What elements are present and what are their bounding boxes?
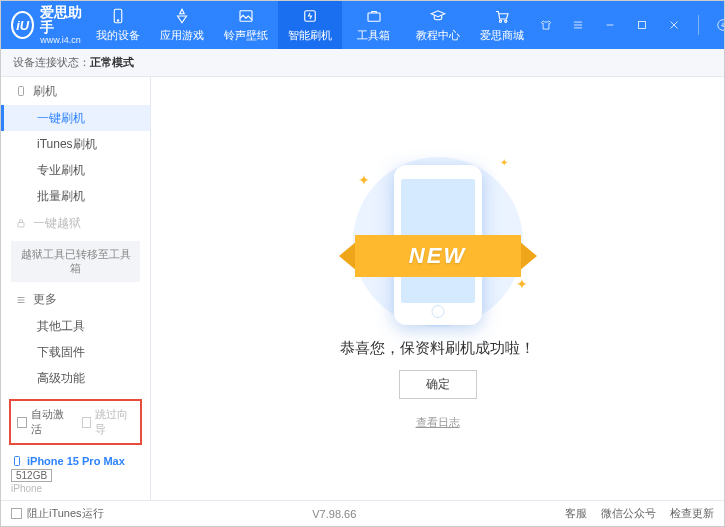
group-label: 更多 xyxy=(33,291,57,308)
maximize-icon[interactable] xyxy=(630,13,654,37)
svg-rect-12 xyxy=(18,223,24,228)
nav-my-device[interactable]: 我的设备 xyxy=(86,1,150,49)
nav-apps[interactable]: 应用游戏 xyxy=(150,1,214,49)
sidebar-group-jailbreak: 一键越狱 xyxy=(1,209,150,237)
main-panel: NEW ✦ ✦ ✦ 恭喜您，保资料刷机成功啦！ 确定 查看日志 xyxy=(151,77,724,500)
phone-icon xyxy=(109,7,127,25)
success-message: 恭喜您，保资料刷机成功啦！ xyxy=(340,339,535,358)
sparkle-icon: ✦ xyxy=(516,276,528,292)
sidebar-item-pro-flash[interactable]: 专业刷机 xyxy=(1,157,150,183)
new-ribbon: NEW xyxy=(333,235,543,277)
nav-label: 爱思商城 xyxy=(480,28,524,43)
version-label: V7.98.66 xyxy=(104,508,565,520)
flash-icon xyxy=(301,7,319,25)
nav-label: 我的设备 xyxy=(96,28,140,43)
svg-point-6 xyxy=(504,20,506,22)
device-icon xyxy=(15,85,27,97)
sidebar-group-flash[interactable]: 刷机 xyxy=(1,77,150,105)
sparkle-icon: ✦ xyxy=(500,157,508,168)
checkbox-auto-activate[interactable]: 自动激活 xyxy=(17,407,70,437)
brand-url: www.i4.cn xyxy=(40,35,85,45)
shirt-icon[interactable] xyxy=(534,13,558,37)
nav-tutorials[interactable]: 教程中心 xyxy=(406,1,470,49)
close-icon[interactable] xyxy=(662,13,686,37)
nav-label: 应用游戏 xyxy=(160,28,204,43)
sidebar-item-batch-flash[interactable]: 批量刷机 xyxy=(1,183,150,209)
toolbox-icon xyxy=(365,7,383,25)
device-info: iPhone 15 Pro Max 512GB iPhone xyxy=(1,451,150,500)
svg-rect-11 xyxy=(19,87,24,96)
device-storage: 512GB xyxy=(11,469,52,482)
menu-icon[interactable] xyxy=(566,13,590,37)
list-icon xyxy=(15,294,27,306)
status-value: 正常模式 xyxy=(90,55,134,70)
title-bar: iU 爱思助手 www.i4.cn 我的设备 应用游戏 铃声壁纸 智能刷机 工具… xyxy=(1,1,724,49)
checkbox-icon xyxy=(11,508,22,519)
nav-label: 铃声壁纸 xyxy=(224,28,268,43)
download-circle-icon[interactable] xyxy=(711,13,725,37)
success-illustration: NEW ✦ ✦ ✦ xyxy=(328,147,548,327)
logo-icon: iU xyxy=(11,11,34,39)
checkbox-label: 跳过向导 xyxy=(95,407,134,437)
nav-ringtones[interactable]: 铃声壁纸 xyxy=(214,1,278,49)
footer-link-support[interactable]: 客服 xyxy=(565,506,587,521)
graduation-icon xyxy=(429,7,447,25)
image-icon xyxy=(237,7,255,25)
sidebar-group-more[interactable]: 更多 xyxy=(1,286,150,314)
sidebar-item-other-tools[interactable]: 其他工具 xyxy=(1,314,150,340)
apps-icon xyxy=(173,7,191,25)
status-bar: 设备连接状态： 正常模式 xyxy=(1,49,724,77)
view-log-link[interactable]: 查看日志 xyxy=(416,415,460,430)
sidebar-item-itunes-flash[interactable]: iTunes刷机 xyxy=(1,131,150,157)
group-label: 刷机 xyxy=(33,83,57,100)
svg-rect-4 xyxy=(368,13,380,21)
svg-rect-13 xyxy=(15,457,20,466)
nav-flash[interactable]: 智能刷机 xyxy=(278,1,342,49)
ribbon-text: NEW xyxy=(355,235,521,277)
sidebar: 刷机 一键刷机 iTunes刷机 专业刷机 批量刷机 一键越狱 越狱工具已转移至… xyxy=(1,77,151,500)
nav-label: 教程中心 xyxy=(416,28,460,43)
footer-link-update[interactable]: 检查更新 xyxy=(670,506,714,521)
lock-icon xyxy=(15,217,27,229)
ok-button[interactable]: 确定 xyxy=(399,370,477,399)
phone-icon xyxy=(11,455,23,467)
footer-link-wechat[interactable]: 微信公众号 xyxy=(601,506,656,521)
sidebar-item-onekey-flash[interactable]: 一键刷机 xyxy=(1,105,150,131)
nav-store[interactable]: 爱思商城 xyxy=(470,1,534,49)
divider xyxy=(698,15,699,35)
svg-rect-7 xyxy=(638,22,645,29)
sidebar-item-advanced[interactable]: 高级功能 xyxy=(1,366,150,392)
top-nav: 我的设备 应用游戏 铃声壁纸 智能刷机 工具箱 教程中心 爱思商城 xyxy=(86,1,534,49)
footer-bar: 阻止iTunes运行 V7.98.66 客服 微信公众号 检查更新 xyxy=(1,500,724,526)
cart-icon xyxy=(493,7,511,25)
sidebar-item-download-fw[interactable]: 下载固件 xyxy=(1,340,150,366)
svg-point-5 xyxy=(499,20,501,22)
group-label: 一键越狱 xyxy=(33,215,81,232)
checkbox-block-itunes[interactable]: 阻止iTunes运行 xyxy=(11,506,104,521)
jailbreak-note: 越狱工具已转移至工具箱 xyxy=(11,241,140,282)
brand-title: 爱思助手 xyxy=(40,5,85,36)
device-name: iPhone 15 Pro Max xyxy=(27,455,125,467)
nav-tools[interactable]: 工具箱 xyxy=(342,1,406,49)
nav-label: 智能刷机 xyxy=(288,28,332,43)
minimize-icon[interactable] xyxy=(598,13,622,37)
checkbox-label: 阻止iTunes运行 xyxy=(27,506,104,521)
sparkle-icon: ✦ xyxy=(358,172,370,188)
checkbox-icon xyxy=(17,417,27,428)
svg-point-1 xyxy=(117,20,119,22)
device-type: iPhone xyxy=(11,483,140,494)
app-logo: iU 爱思助手 www.i4.cn xyxy=(11,5,86,46)
checkbox-skip-guide: 跳过向导 xyxy=(82,407,135,437)
window-controls xyxy=(534,13,725,37)
checkbox-label: 自动激活 xyxy=(31,407,70,437)
options-row-highlighted: 自动激活 跳过向导 xyxy=(9,399,142,445)
checkbox-icon xyxy=(82,417,92,428)
nav-label: 工具箱 xyxy=(357,28,390,43)
status-prefix: 设备连接状态： xyxy=(13,55,90,70)
